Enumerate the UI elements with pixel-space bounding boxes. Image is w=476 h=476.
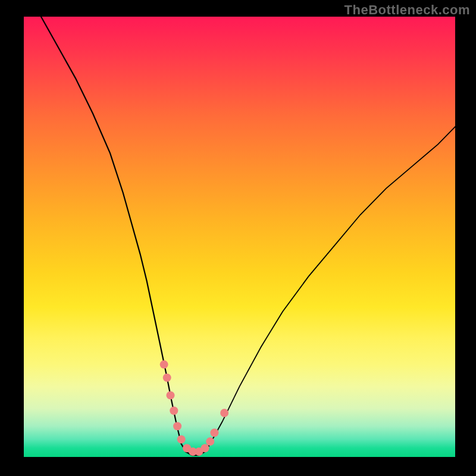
highlight-dot (173, 422, 181, 430)
chart-frame: TheBottleneck.com (0, 0, 476, 476)
highlight-dot (167, 391, 175, 399)
highlight-dot (163, 374, 171, 382)
highlight-dot (220, 409, 228, 417)
right-curve (210, 127, 455, 444)
highlight-dot (206, 437, 214, 446)
highlight-dot (177, 435, 186, 443)
highlight-dot (170, 406, 178, 415)
watermark-text: TheBottleneck.com (345, 2, 470, 18)
highlight-dot (201, 444, 209, 452)
highlight-dot (160, 361, 168, 369)
highlight-dots (160, 361, 229, 456)
curve-overlay (24, 17, 455, 457)
plot-area (24, 17, 455, 457)
highlight-dot (210, 428, 218, 437)
left-curve (41, 17, 181, 444)
